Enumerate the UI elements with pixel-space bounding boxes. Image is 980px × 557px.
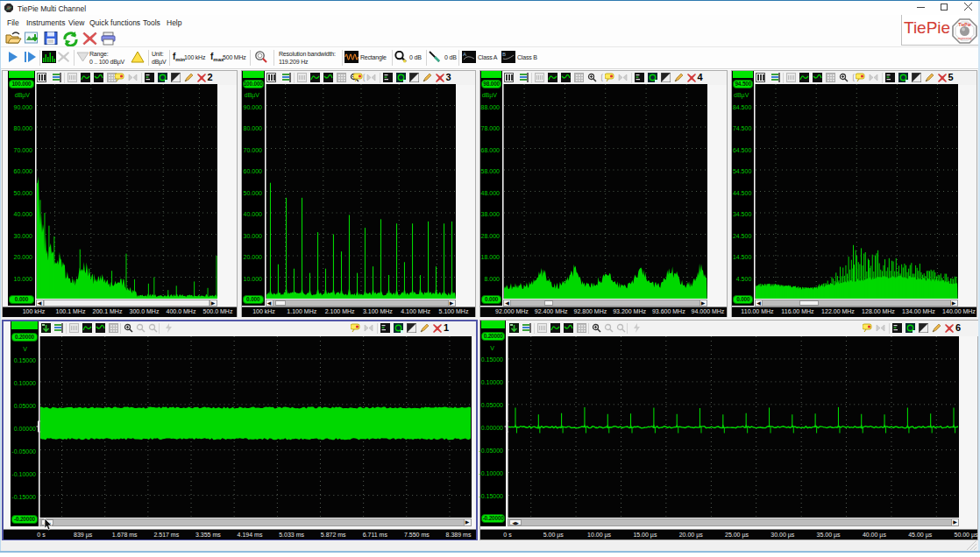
svg-text:engineering: engineering bbox=[958, 37, 972, 40]
svg-text:A: A bbox=[463, 52, 466, 57]
svg-text:TiePie: TiePie bbox=[958, 22, 971, 27]
svg-text:B: B bbox=[502, 52, 506, 57]
